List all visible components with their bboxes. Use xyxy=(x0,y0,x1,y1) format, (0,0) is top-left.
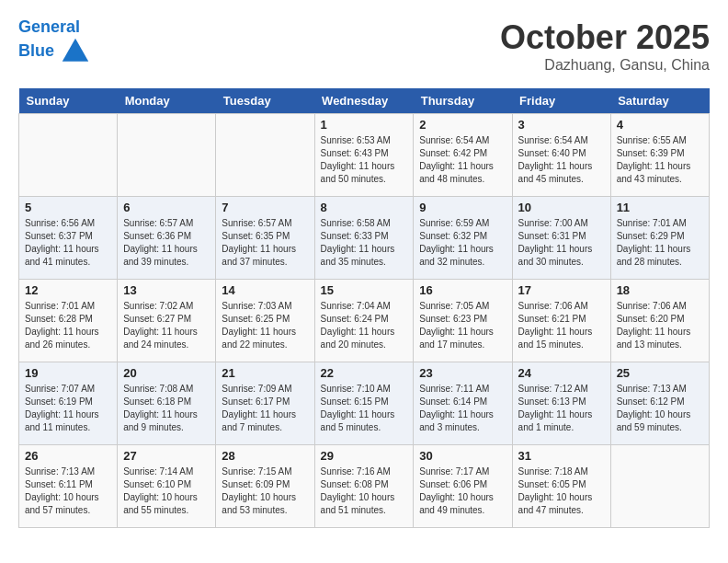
day-info: Sunrise: 6:58 AMSunset: 6:33 PMDaylight:… xyxy=(321,217,408,269)
day-info: Sunrise: 6:57 AMSunset: 6:35 PMDaylight:… xyxy=(222,217,308,269)
location-subtitle: Dazhuang, Gansu, China xyxy=(500,57,710,74)
day-number: 10 xyxy=(518,201,605,214)
calendar-table: SundayMondayTuesdayWednesdayThursdayFrid… xyxy=(18,88,710,528)
calendar-cell: 28Sunrise: 7:15 AMSunset: 6:09 PMDayligh… xyxy=(216,445,314,528)
calendar-cell: 12Sunrise: 7:01 AMSunset: 6:28 PMDayligh… xyxy=(19,280,118,362)
day-info: Sunrise: 7:10 AMSunset: 6:15 PMDaylight:… xyxy=(321,383,408,434)
calendar-cell: 19Sunrise: 7:07 AMSunset: 6:19 PMDayligh… xyxy=(19,362,118,445)
day-info: Sunrise: 7:13 AMSunset: 6:11 PMDaylight:… xyxy=(25,465,111,517)
day-number: 26 xyxy=(25,449,111,463)
day-number: 19 xyxy=(25,366,111,380)
day-number: 14 xyxy=(222,283,308,297)
day-number: 8 xyxy=(321,201,408,214)
day-number: 24 xyxy=(518,366,605,380)
calendar-cell: 4Sunrise: 6:55 AMSunset: 6:39 PMDaylight… xyxy=(610,114,709,197)
day-number: 15 xyxy=(321,283,408,297)
day-number: 20 xyxy=(123,366,210,380)
calendar-cell: 8Sunrise: 6:58 AMSunset: 6:33 PMDaylight… xyxy=(314,197,414,280)
day-info: Sunrise: 6:57 AMSunset: 6:36 PMDaylight:… xyxy=(123,217,210,269)
day-info: Sunrise: 7:01 AMSunset: 6:29 PMDaylight:… xyxy=(617,217,703,269)
day-info: Sunrise: 7:14 AMSunset: 6:10 PMDaylight:… xyxy=(123,465,210,517)
day-number: 25 xyxy=(617,366,703,380)
day-info: Sunrise: 6:56 AMSunset: 6:37 PMDaylight:… xyxy=(25,217,111,269)
page-header: General Blue October 2025 Dazhuang, Gans… xyxy=(18,18,710,74)
day-info: Sunrise: 7:03 AMSunset: 6:25 PMDaylight:… xyxy=(222,300,308,351)
calendar-header-row: SundayMondayTuesdayWednesdayThursdayFrid… xyxy=(19,88,710,114)
calendar-cell: 20Sunrise: 7:08 AMSunset: 6:18 PMDayligh… xyxy=(118,362,216,445)
day-info: Sunrise: 6:53 AMSunset: 6:43 PMDaylight:… xyxy=(321,134,408,186)
calendar-cell: 17Sunrise: 7:06 AMSunset: 6:21 PMDayligh… xyxy=(512,280,610,362)
day-number: 1 xyxy=(321,118,408,132)
calendar-cell: 29Sunrise: 7:16 AMSunset: 6:08 PMDayligh… xyxy=(314,445,414,528)
day-number: 6 xyxy=(123,201,210,214)
col-header-saturday: Saturday xyxy=(610,88,709,114)
col-header-wednesday: Wednesday xyxy=(314,88,414,114)
calendar-cell: 6Sunrise: 6:57 AMSunset: 6:36 PMDaylight… xyxy=(118,197,216,280)
calendar-week-row: 26Sunrise: 7:13 AMSunset: 6:11 PMDayligh… xyxy=(19,445,710,528)
day-info: Sunrise: 7:07 AMSunset: 6:19 PMDaylight:… xyxy=(25,383,111,434)
calendar-week-row: 12Sunrise: 7:01 AMSunset: 6:28 PMDayligh… xyxy=(19,280,710,362)
calendar-cell: 30Sunrise: 7:17 AMSunset: 6:06 PMDayligh… xyxy=(414,445,512,528)
calendar-cell: 5Sunrise: 6:56 AMSunset: 6:37 PMDaylight… xyxy=(19,197,118,280)
title-block: October 2025 Dazhuang, Gansu, China xyxy=(500,18,710,74)
calendar-week-row: 1Sunrise: 6:53 AMSunset: 6:43 PMDaylight… xyxy=(19,114,710,197)
calendar-cell: 3Sunrise: 6:54 AMSunset: 6:40 PMDaylight… xyxy=(512,114,610,197)
day-info: Sunrise: 7:12 AMSunset: 6:13 PMDaylight:… xyxy=(518,383,605,434)
calendar-cell: 23Sunrise: 7:11 AMSunset: 6:14 PMDayligh… xyxy=(414,362,512,445)
day-info: Sunrise: 6:54 AMSunset: 6:42 PMDaylight:… xyxy=(419,134,506,186)
day-info: Sunrise: 6:54 AMSunset: 6:40 PMDaylight:… xyxy=(518,134,605,186)
logo-text: General xyxy=(18,18,90,37)
day-number: 23 xyxy=(419,366,506,380)
day-info: Sunrise: 6:59 AMSunset: 6:32 PMDaylight:… xyxy=(419,217,506,269)
day-number: 17 xyxy=(518,283,605,297)
calendar-cell: 22Sunrise: 7:10 AMSunset: 6:15 PMDayligh… xyxy=(314,362,414,445)
day-info: Sunrise: 7:06 AMSunset: 6:21 PMDaylight:… xyxy=(518,300,605,351)
day-info: Sunrise: 7:01 AMSunset: 6:28 PMDaylight:… xyxy=(25,300,111,351)
day-info: Sunrise: 6:55 AMSunset: 6:39 PMDaylight:… xyxy=(617,134,703,186)
day-number: 16 xyxy=(419,283,506,297)
calendar-cell xyxy=(19,114,118,197)
day-info: Sunrise: 7:15 AMSunset: 6:09 PMDaylight:… xyxy=(222,465,308,517)
calendar-cell: 21Sunrise: 7:09 AMSunset: 6:17 PMDayligh… xyxy=(216,362,314,445)
calendar-cell: 15Sunrise: 7:04 AMSunset: 6:24 PMDayligh… xyxy=(314,280,414,362)
calendar-cell: 1Sunrise: 6:53 AMSunset: 6:43 PMDaylight… xyxy=(314,114,414,197)
col-header-thursday: Thursday xyxy=(414,88,512,114)
col-header-sunday: Sunday xyxy=(19,88,118,114)
day-number: 28 xyxy=(222,449,308,463)
day-number: 30 xyxy=(419,449,506,463)
calendar-cell: 7Sunrise: 6:57 AMSunset: 6:35 PMDaylight… xyxy=(216,197,314,280)
month-title: October 2025 xyxy=(500,18,710,57)
calendar-cell xyxy=(216,114,314,197)
day-number: 13 xyxy=(123,283,210,297)
calendar-cell: 24Sunrise: 7:12 AMSunset: 6:13 PMDayligh… xyxy=(512,362,610,445)
col-header-tuesday: Tuesday xyxy=(216,88,314,114)
calendar-cell: 16Sunrise: 7:05 AMSunset: 6:23 PMDayligh… xyxy=(414,280,512,362)
logo-icon xyxy=(61,37,90,66)
day-info: Sunrise: 7:06 AMSunset: 6:20 PMDaylight:… xyxy=(617,300,703,351)
day-info: Sunrise: 7:00 AMSunset: 6:31 PMDaylight:… xyxy=(518,217,605,269)
calendar-cell: 11Sunrise: 7:01 AMSunset: 6:29 PMDayligh… xyxy=(610,197,709,280)
day-info: Sunrise: 7:05 AMSunset: 6:23 PMDaylight:… xyxy=(419,300,506,351)
day-number: 29 xyxy=(321,449,408,463)
col-header-friday: Friday xyxy=(512,88,610,114)
svg-marker-0 xyxy=(63,39,88,62)
day-number: 21 xyxy=(222,366,308,380)
day-info: Sunrise: 7:04 AMSunset: 6:24 PMDaylight:… xyxy=(321,300,408,351)
day-number: 22 xyxy=(321,366,408,380)
calendar-cell: 18Sunrise: 7:06 AMSunset: 6:20 PMDayligh… xyxy=(610,280,709,362)
calendar-cell: 26Sunrise: 7:13 AMSunset: 6:11 PMDayligh… xyxy=(19,445,118,528)
day-info: Sunrise: 7:18 AMSunset: 6:05 PMDaylight:… xyxy=(518,465,605,517)
day-number: 4 xyxy=(617,118,703,132)
day-number: 9 xyxy=(419,201,506,214)
logo: General Blue xyxy=(18,18,90,66)
calendar-cell: 14Sunrise: 7:03 AMSunset: 6:25 PMDayligh… xyxy=(216,280,314,362)
calendar-cell xyxy=(118,114,216,197)
day-number: 2 xyxy=(419,118,506,132)
day-info: Sunrise: 7:13 AMSunset: 6:12 PMDaylight:… xyxy=(617,383,703,434)
day-info: Sunrise: 7:11 AMSunset: 6:14 PMDaylight:… xyxy=(419,383,506,434)
day-info: Sunrise: 7:16 AMSunset: 6:08 PMDaylight:… xyxy=(321,465,408,517)
calendar-cell xyxy=(610,445,709,528)
logo-text-blue: Blue xyxy=(18,37,90,66)
col-header-monday: Monday xyxy=(118,88,216,114)
calendar-cell: 31Sunrise: 7:18 AMSunset: 6:05 PMDayligh… xyxy=(512,445,610,528)
